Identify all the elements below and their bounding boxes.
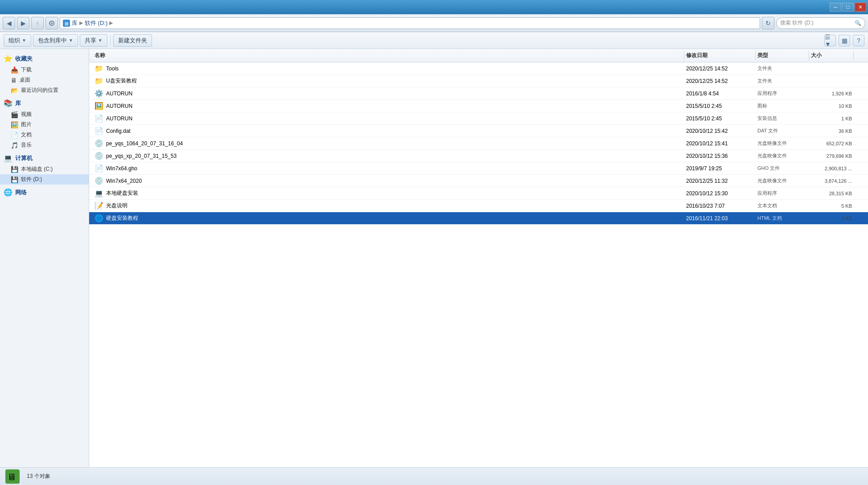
refresh-button[interactable]: ↻	[762, 17, 774, 29]
file-size: 28,315 KB	[809, 190, 854, 197]
file-size	[809, 80, 854, 82]
table-row[interactable]: 📄 Win7x64.gho 2019/9/7 19:25 GHO 文件 2,90…	[89, 162, 868, 175]
maximize-button[interactable]: □	[842, 3, 854, 12]
address-bar: ◀ ▶ ↑ 🖥 库 ▶ 软件 (D:) ▶ ↻ 搜索 软件 (D:) 🔍	[0, 14, 868, 32]
document-icon: 📄	[11, 132, 18, 139]
file-type-icon: 💿	[95, 177, 103, 185]
header-size[interactable]: 大小	[809, 51, 854, 60]
file-type: DAT 文件	[756, 127, 809, 135]
forward-button[interactable]: ▶	[17, 17, 29, 29]
file-type-icon: 📁	[95, 77, 103, 85]
music-icon: 🎵	[11, 142, 18, 149]
back-button[interactable]: ◀	[3, 17, 15, 29]
breadcrumb-computer[interactable]: 库	[72, 19, 78, 27]
file-type: 文件夹	[756, 77, 809, 85]
sidebar-item-download[interactable]: 📥 下载	[0, 65, 89, 75]
recent-locations-button[interactable]	[45, 17, 58, 29]
desktop-icon: 🖥	[11, 77, 17, 84]
file-name: Config.dat	[106, 128, 131, 134]
download-icon: 📥	[11, 66, 18, 74]
file-modified: 2016/11/21 22:03	[684, 214, 756, 222]
file-type: 图标	[756, 102, 809, 110]
include-arrow: ▼	[69, 38, 73, 43]
close-button[interactable]: ✕	[855, 3, 866, 12]
organize-arrow: ▼	[22, 38, 26, 43]
up-button[interactable]: ↑	[31, 17, 44, 29]
table-row[interactable]: ⚙️ AUTORUN 2016/1/8 4:54 应用程序 1,926 KB	[89, 87, 868, 100]
share-arrow: ▼	[98, 38, 103, 43]
file-name: pe_yqs_1064_20_07_31_16_04	[106, 140, 183, 147]
sidebar-item-software-d[interactable]: 💾 软件 (D:)	[0, 174, 89, 185]
search-bar[interactable]: 搜索 软件 (D:) 🔍	[776, 17, 865, 29]
breadcrumb-drive[interactable]: 软件 (D:)	[85, 19, 107, 27]
file-name: 光盘说明	[106, 202, 128, 210]
table-row[interactable]: 💿 pe_yqs_1064_20_07_31_16_04 2020/10/12 …	[89, 137, 868, 150]
sidebar-library-header[interactable]: 📚 库	[0, 97, 89, 109]
file-modified: 2020/10/12 15:42	[684, 127, 756, 135]
share-button[interactable]: 共享 ▼	[80, 34, 107, 47]
table-row[interactable]: 📄 Config.dat 2020/10/12 15:42 DAT 文件 36 …	[89, 125, 868, 137]
include-lib-button[interactable]: 包含到库中 ▼	[33, 34, 78, 47]
table-row[interactable]: 📁 U盘安装教程 2020/12/25 14:52 文件夹	[89, 75, 868, 87]
table-row[interactable]: 📄 AUTORUN 2015/5/10 2:45 安装信息 1 KB	[89, 112, 868, 125]
table-row[interactable]: 📁 Tools 2020/12/25 14:52 文件夹	[89, 62, 868, 75]
sidebar-item-desktop[interactable]: 🖥 桌面	[0, 75, 89, 85]
file-type: 应用程序	[756, 89, 809, 98]
table-row[interactable]: 🖼️ AUTORUN 2015/5/10 2:45 图标 10 KB	[89, 100, 868, 112]
file-name-cell: 📁 U盘安装教程	[93, 76, 684, 86]
table-row[interactable]: 💿 pe_yqs_xp_20_07_31_15_53 2020/10/12 15…	[89, 150, 868, 162]
toolbar-right: ☰ ▼ ▦ ?	[824, 35, 864, 46]
file-modified: 2020/12/25 14:52	[684, 65, 756, 73]
view-options-button[interactable]: ☰ ▼	[824, 35, 836, 46]
file-modified: 2020/10/12 15:30	[684, 189, 756, 197]
file-type-icon: 📄	[95, 127, 103, 135]
header-modified[interactable]: 修改日期	[684, 51, 756, 60]
header-name[interactable]: 名称	[93, 51, 684, 60]
file-name: U盘安装教程	[106, 77, 137, 85]
file-type: 光盘映像文件	[756, 152, 809, 160]
breadcrumb-bar[interactable]: 🖥 库 ▶ 软件 (D:) ▶	[60, 17, 760, 29]
sidebar-item-picture[interactable]: 🖼️ 图片	[0, 119, 89, 130]
search-icon[interactable]: 🔍	[855, 20, 861, 26]
file-size: 3,874,126 ...	[809, 177, 854, 185]
sidebar-item-document[interactable]: 📄 文档	[0, 130, 89, 140]
new-folder-button[interactable]: 新建文件夹	[113, 34, 152, 47]
sidebar-item-music[interactable]: 🎵 音乐	[0, 140, 89, 150]
help-button[interactable]: ?	[853, 35, 864, 46]
table-row[interactable]: 💿 Win7x64_2020 2020/12/25 11:32 光盘映像文件 3…	[89, 175, 868, 187]
minimize-button[interactable]: ─	[830, 3, 841, 12]
file-type: 光盘映像文件	[756, 177, 809, 185]
search-placeholder: 搜索 软件 (D:)	[780, 19, 814, 27]
sidebar-favorites-section: ⭐ 收藏夹 📥 下载 🖥 桌面 📂 最近访问的位置	[0, 53, 89, 95]
file-modified: 2016/10/23 7:07	[684, 202, 756, 210]
organize-button[interactable]: 组织 ▼	[4, 34, 31, 47]
file-name-cell: 📝 光盘说明	[93, 201, 684, 211]
sidebar-item-video[interactable]: 🎬 视频	[0, 109, 89, 119]
sidebar-computer-section: 💻 计算机 💾 本地磁盘 (C:) 💾 软件 (D:)	[0, 152, 89, 185]
file-size: 1 KB	[809, 115, 854, 122]
file-type-icon: 🖼️	[95, 102, 103, 110]
sidebar-computer-header[interactable]: 💻 计算机	[0, 152, 89, 164]
table-row[interactable]: 💻 本地硬盘安装 2020/10/12 15:30 应用程序 28,315 KB	[89, 187, 868, 200]
file-name: Win7x64.gho	[106, 165, 137, 172]
file-modified: 2015/5/10 2:45	[684, 115, 756, 123]
sidebar: ⭐ 收藏夹 📥 下载 🖥 桌面 📂 最近访问的位置 📚 库	[0, 49, 89, 467]
sidebar-item-recent[interactable]: 📂 最近访问的位置	[0, 85, 89, 95]
header-type[interactable]: 类型	[756, 51, 809, 60]
file-type: 文件夹	[756, 64, 809, 73]
status-app-icon: 🖥	[5, 469, 20, 484]
svg-text:🖥: 🖥	[64, 21, 69, 26]
file-type-icon: 📄	[95, 164, 103, 173]
sidebar-network-header[interactable]: 🌐 网络	[0, 186, 89, 198]
file-size: 1,926 KB	[809, 90, 854, 97]
file-type-icon: 💿	[95, 139, 103, 148]
file-name-cell: 🌐 硬盘安装教程	[93, 213, 684, 223]
table-row[interactable]: 📝 光盘说明 2016/10/23 7:07 文本文档 5 KB	[89, 200, 868, 212]
file-modified: 2020/12/25 11:32	[684, 177, 756, 185]
table-row[interactable]: 🌐 硬盘安装教程 2016/11/21 22:03 HTML 文档 3 KB	[89, 212, 868, 225]
sidebar-favorites-header[interactable]: ⭐ 收藏夹	[0, 53, 89, 65]
sidebar-item-local-c[interactable]: 💾 本地磁盘 (C:)	[0, 164, 89, 174]
picture-icon: 🖼️	[11, 121, 18, 128]
file-name-cell: ⚙️ AUTORUN	[93, 88, 684, 99]
preview-pane-button[interactable]: ▦	[839, 35, 850, 46]
